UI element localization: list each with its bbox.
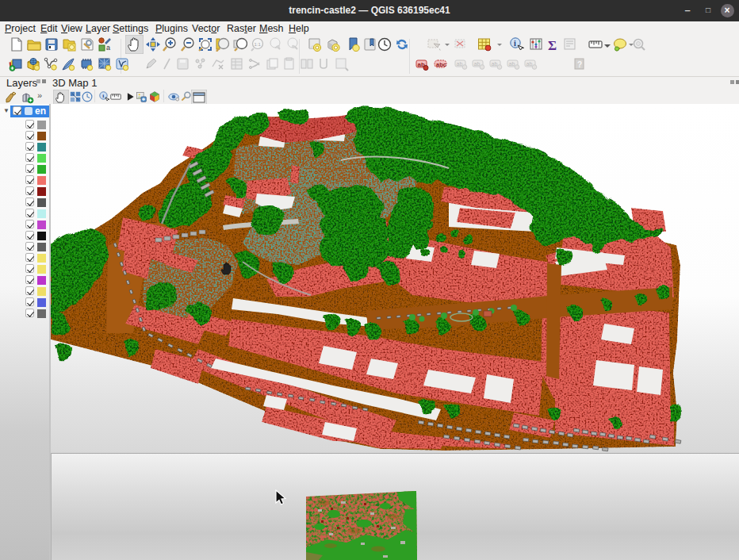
svg-text:ab: ab xyxy=(509,61,515,67)
svg-text:ab: ab xyxy=(492,61,498,67)
svg-text:i: i xyxy=(514,39,516,48)
svg-text:i: i xyxy=(102,93,104,99)
svg-text:1:1: 1:1 xyxy=(255,42,262,47)
svg-text:a: a xyxy=(106,44,110,52)
svg-text:ab: ab xyxy=(526,61,533,67)
svg-text:?: ? xyxy=(577,60,582,69)
svg-text:ab: ab xyxy=(457,61,463,67)
svg-text:ab: ab xyxy=(474,61,481,67)
svg-text:Σ: Σ xyxy=(548,38,557,52)
svg-text:abc: abc xyxy=(436,61,446,68)
